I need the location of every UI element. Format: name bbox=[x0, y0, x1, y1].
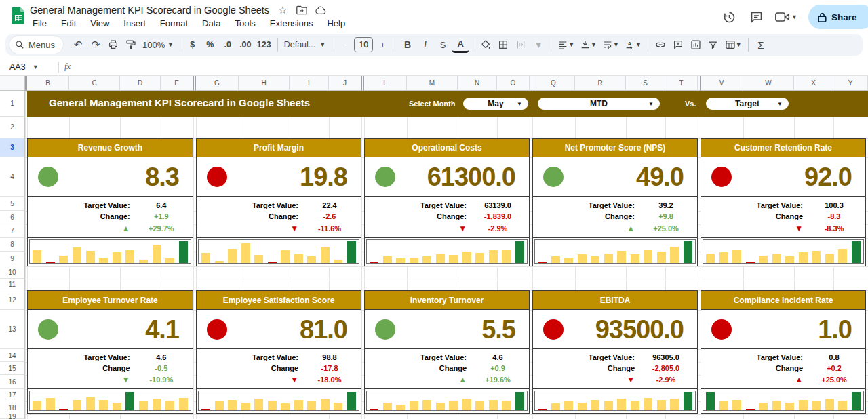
column-header-y[interactable]: Y bbox=[833, 76, 868, 91]
column-header-t[interactable]: T bbox=[665, 76, 698, 91]
row-header-7[interactable]: 7 bbox=[0, 224, 25, 238]
grid[interactable]: General Management KPI Scorecard in Goog… bbox=[25, 91, 868, 419]
row-header-16[interactable]: 16 bbox=[0, 375, 25, 389]
merge-cells-button[interactable] bbox=[513, 37, 529, 53]
horizontal-align-button[interactable]: ▼ bbox=[555, 37, 576, 53]
row-header-14[interactable]: 14 bbox=[0, 349, 25, 362]
increase-font-size-button[interactable]: + bbox=[374, 37, 391, 53]
row-header-15[interactable]: 15 bbox=[0, 362, 25, 375]
column-header-x[interactable]: X bbox=[794, 76, 833, 91]
kpi-card-profit-margin[interactable]: Profit Margin 19.8 Target Value: 22.4 Ch… bbox=[196, 138, 361, 266]
kpi-card-inventory-turnover[interactable]: Inventory Turnover 5.5 Target Value: 4.6… bbox=[364, 290, 530, 414]
move-folder-icon[interactable] bbox=[296, 5, 307, 16]
insert-chart-button[interactable] bbox=[688, 37, 704, 53]
print-button[interactable] bbox=[105, 37, 121, 53]
row-header-10[interactable]: 10 bbox=[0, 266, 25, 279]
name-box[interactable]: AA3 ▼ bbox=[0, 62, 53, 72]
compare-dropdown[interactable]: Target▼ bbox=[706, 98, 789, 110]
row-header-6[interactable]: 6 bbox=[0, 211, 25, 224]
version-history-icon[interactable] bbox=[721, 9, 737, 25]
menu-item-insert[interactable]: Insert bbox=[123, 18, 146, 28]
meet-camera-button[interactable]: ▼ bbox=[775, 12, 797, 22]
row-header-9[interactable]: 9 bbox=[0, 252, 25, 266]
italic-button[interactable]: I bbox=[417, 37, 433, 53]
row-header-12[interactable]: 12 bbox=[0, 290, 25, 310]
menu-item-format[interactable]: Format bbox=[160, 18, 188, 28]
column-header-c[interactable]: C bbox=[69, 76, 120, 91]
format-percent-button[interactable]: % bbox=[202, 37, 218, 53]
kpi-card-ebitda[interactable]: EBITDA 93500.0 Target Value: 96305.0 Cha… bbox=[532, 290, 698, 414]
column-header-i[interactable]: I bbox=[290, 76, 329, 91]
merge-cells-caret[interactable]: ▼ bbox=[530, 37, 547, 53]
text-rotation-button[interactable]: A ▼ bbox=[623, 37, 644, 53]
row-header-1[interactable]: 1 bbox=[0, 91, 25, 117]
column-header-s[interactable]: S bbox=[626, 76, 665, 91]
font-size-input[interactable]: 10 bbox=[354, 37, 373, 52]
menu-item-edit[interactable]: Edit bbox=[61, 18, 76, 28]
row-header-5[interactable]: 5 bbox=[0, 197, 25, 211]
column-header-b[interactable]: B bbox=[27, 76, 69, 91]
google-sheets-logo[interactable] bbox=[9, 6, 28, 25]
document-title[interactable]: General Management KPI Scorecard in Goog… bbox=[30, 5, 269, 16]
menu-item-data[interactable]: Data bbox=[202, 18, 220, 28]
decrease-font-size-button[interactable]: − bbox=[336, 37, 353, 53]
cloud-saved-icon[interactable] bbox=[315, 5, 326, 16]
undo-button[interactable]: ↶ bbox=[70, 37, 86, 53]
row-header-3[interactable]: 3 bbox=[0, 138, 25, 157]
kpi-card-operational-costs[interactable]: Operational Costs 61300.0 Target Value: … bbox=[364, 138, 530, 266]
column-header-d[interactable]: D bbox=[120, 76, 161, 91]
column-header-l[interactable]: L bbox=[364, 76, 407, 91]
row-header-19[interactable]: 19 bbox=[0, 414, 25, 419]
column-header-j[interactable]: J bbox=[329, 76, 361, 91]
menu-item-view[interactable]: View bbox=[90, 18, 109, 28]
column-header-v[interactable]: V bbox=[701, 76, 743, 91]
vertical-align-button[interactable]: ▼ bbox=[578, 37, 599, 53]
font-family-dropdown[interactable]: Defaul...▼ bbox=[282, 37, 328, 53]
insert-comment-button[interactable] bbox=[670, 37, 686, 53]
row-header-8[interactable]: 8 bbox=[0, 238, 25, 252]
format-currency-button[interactable]: $ bbox=[184, 37, 201, 53]
zoom-dropdown[interactable]: 100% ▼ bbox=[140, 37, 176, 53]
kpi-card-net-promoter-score-nps[interactable]: Net Promoter Score (NPS) 49.0 Target Val… bbox=[532, 138, 698, 266]
create-filter-button[interactable] bbox=[705, 37, 722, 53]
paint-format-button[interactable] bbox=[123, 37, 139, 53]
kpi-card-customer-retention-rate[interactable]: Customer Retention Rate 92.0 Target Valu… bbox=[701, 138, 866, 266]
row-header-4[interactable]: 4 bbox=[0, 157, 25, 197]
text-wrap-button[interactable]: ▼ bbox=[600, 37, 621, 53]
decrease-decimal-button[interactable]: .0 bbox=[220, 37, 236, 53]
row-header-11[interactable]: 11 bbox=[0, 279, 25, 290]
more-formats-button[interactable]: 123 bbox=[255, 37, 273, 53]
column-header-e[interactable]: E bbox=[161, 76, 193, 91]
column-header-o[interactable]: O bbox=[497, 76, 530, 91]
kpi-card-employee-turnover-rate[interactable]: Employee Turnover Rate 4.1 Target Value:… bbox=[27, 290, 193, 414]
menu-item-help[interactable]: Help bbox=[327, 18, 345, 28]
share-button[interactable]: Share bbox=[808, 5, 868, 29]
column-header-w[interactable]: W bbox=[743, 76, 794, 91]
kpi-card-compliance-incident-rate[interactable]: Compliance Incident Rate 1.0 Target Valu… bbox=[701, 290, 866, 414]
kpi-card-employee-satisfaction-score[interactable]: Employee Satisfaction Score 81.0 Target … bbox=[196, 290, 361, 414]
menu-item-tools[interactable]: Tools bbox=[235, 18, 255, 28]
comments-icon[interactable] bbox=[748, 9, 764, 25]
functions-button[interactable]: Σ bbox=[753, 37, 769, 53]
row-header-2[interactable]: 2 bbox=[0, 117, 25, 138]
row-header-13[interactable]: 13 bbox=[0, 310, 25, 349]
insert-link-button[interactable] bbox=[652, 37, 669, 53]
strikethrough-button[interactable]: S bbox=[435, 37, 451, 53]
period-dropdown[interactable]: MTD▼ bbox=[538, 98, 660, 110]
column-header-g[interactable]: G bbox=[196, 76, 239, 91]
column-header-q[interactable]: Q bbox=[532, 76, 575, 91]
column-header-h[interactable]: H bbox=[239, 76, 290, 91]
borders-button[interactable] bbox=[495, 37, 511, 53]
menus-search-button[interactable]: Menus bbox=[9, 36, 63, 54]
text-color-button[interactable]: A bbox=[452, 37, 469, 53]
column-header-n[interactable]: N bbox=[458, 76, 497, 91]
menu-item-extensions[interactable]: Extensions bbox=[270, 18, 313, 28]
month-dropdown[interactable]: May▼ bbox=[463, 98, 528, 110]
column-header-m[interactable]: M bbox=[407, 76, 458, 91]
bold-button[interactable]: B bbox=[399, 37, 416, 53]
increase-decimal-button[interactable]: .00 bbox=[237, 37, 254, 53]
menu-item-file[interactable]: File bbox=[33, 18, 47, 28]
redo-button[interactable]: ↷ bbox=[87, 37, 104, 53]
column-header-r[interactable]: R bbox=[575, 76, 626, 91]
filter-views-button[interactable]: ▼ bbox=[723, 37, 744, 53]
